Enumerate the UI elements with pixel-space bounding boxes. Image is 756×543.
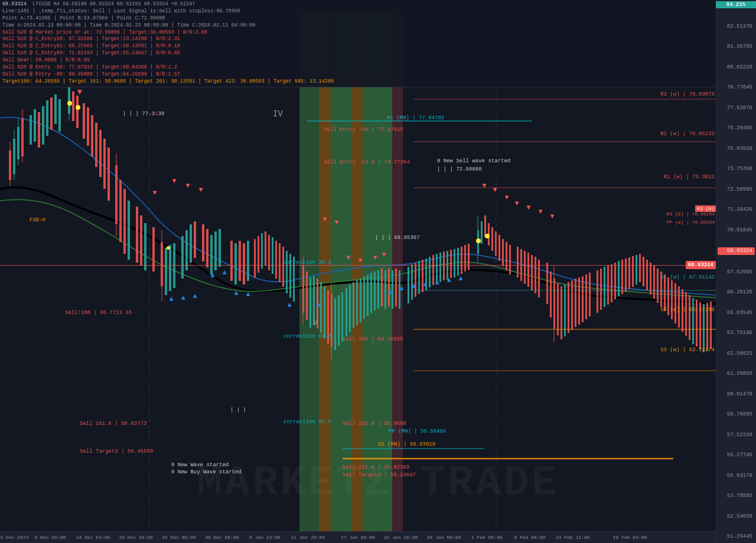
price-52: 52.54020 bbox=[718, 513, 755, 520]
svg-rect-50 bbox=[194, 221, 196, 258]
svg-text:▼: ▼ bbox=[322, 215, 327, 224]
svg-rect-150 bbox=[582, 276, 584, 322]
svg-rect-48 bbox=[185, 230, 188, 270]
svg-point-223 bbox=[167, 246, 170, 250]
svg-rect-90 bbox=[356, 280, 358, 325]
svg-rect-93 bbox=[367, 274, 369, 316]
svg-rect-85 bbox=[338, 295, 340, 346]
ann-sell-100: Sell 100 | 64.26589 bbox=[343, 336, 403, 342]
svg-rect-154 bbox=[600, 269, 602, 310]
svg-rect-162 bbox=[628, 257, 630, 289]
price-76: 76.28495 bbox=[718, 125, 755, 132]
svg-rect-40 bbox=[144, 223, 146, 270]
svg-point-225 bbox=[485, 234, 490, 238]
svg-rect-18 bbox=[46, 100, 48, 136]
price-75: 75.03920 bbox=[718, 146, 755, 152]
svg-rect-109 bbox=[429, 257, 431, 287]
svg-rect-112 bbox=[439, 253, 441, 282]
svg-rect-117 bbox=[457, 248, 459, 276]
svg-rect-27 bbox=[87, 107, 89, 146]
time-dec14: 14 Dec 04:00 bbox=[76, 535, 110, 540]
svg-text:▲: ▲ bbox=[287, 301, 292, 309]
svg-rect-147 bbox=[571, 280, 573, 330]
ann-r1w: R1 (w) | 73.3011 bbox=[664, 174, 715, 180]
price-57: 57.52320 bbox=[718, 432, 755, 439]
svg-rect-25 bbox=[76, 96, 79, 128]
svg-rect-115 bbox=[450, 250, 452, 278]
svg-rect-159 bbox=[618, 261, 620, 296]
svg-rect-148 bbox=[575, 279, 576, 327]
svg-rect-161 bbox=[625, 259, 627, 292]
svg-text:▼: ▼ bbox=[493, 186, 497, 194]
svg-rect-153 bbox=[597, 270, 598, 313]
svg-rect-99 bbox=[388, 269, 390, 306]
svg-text:▲: ▲ bbox=[447, 276, 451, 284]
svg-rect-84 bbox=[334, 298, 336, 350]
svg-rect-47 bbox=[181, 236, 184, 279]
time-jan11: 11 Jan 20:00 bbox=[291, 535, 325, 540]
ann-r3w: R3 (w) | 78.69078 bbox=[660, 91, 715, 97]
svg-rect-77 bbox=[313, 276, 315, 325]
ann-r2w: R2 (w) | 76.05232 bbox=[660, 131, 715, 137]
svg-text:▲: ▲ bbox=[411, 282, 416, 290]
svg-rect-167 bbox=[646, 260, 648, 290]
svg-rect-180 bbox=[692, 298, 694, 344]
price-80: 80.02220 bbox=[718, 64, 755, 71]
ann-ppw: PP (w) | 70.66264 bbox=[666, 220, 715, 225]
svg-rect-51 bbox=[202, 224, 204, 261]
svg-rect-118 bbox=[461, 247, 462, 274]
ann-v: V bbox=[313, 319, 317, 327]
svg-text:▲: ▲ bbox=[399, 284, 404, 293]
svg-rect-45 bbox=[169, 245, 171, 291]
price-71: 71.26420 bbox=[718, 207, 755, 213]
price-82: 82.51370 bbox=[718, 24, 755, 30]
svg-rect-110 bbox=[432, 255, 434, 285]
svg-rect-15 bbox=[34, 109, 36, 142]
svg-rect-103 bbox=[408, 267, 409, 303]
svg-rect-140 bbox=[550, 272, 552, 318]
info-line-1: 68.93324 LTCUSD H4 68.58180 68.93324 68.… bbox=[2, 1, 713, 8]
ann-sell-161-1: Sell 161.8 | 58.8689 bbox=[343, 421, 406, 427]
svg-rect-68 bbox=[279, 243, 281, 282]
price-56: 56.27745 bbox=[718, 452, 755, 459]
svg-rect-17 bbox=[42, 106, 44, 145]
svg-rect-75 bbox=[306, 272, 308, 320]
price-81: 81.26795 bbox=[718, 44, 755, 50]
ann-sell-target2-left: Sell Target2 | 56.45559 bbox=[80, 449, 153, 454]
time-jan22: 22 Jan 16:00 bbox=[384, 535, 418, 540]
svg-rect-123 bbox=[481, 221, 483, 244]
time-feb19: 19 Feb 04:00 bbox=[613, 535, 647, 540]
price-77: 77.53070 bbox=[718, 105, 755, 112]
top-right-badge: 84.21% bbox=[716, 1, 756, 8]
svg-rect-144 bbox=[561, 286, 562, 339]
ann-s2w: S2 (w) | 65.27296 bbox=[660, 307, 715, 313]
svg-rect-105 bbox=[415, 263, 416, 297]
svg-rect-67 bbox=[275, 241, 277, 279]
svg-text:▲: ▲ bbox=[222, 269, 227, 277]
time-dec25: 25 Dec 00:00 bbox=[162, 535, 196, 540]
svg-rect-126 bbox=[491, 227, 493, 251]
info-line-8: Sell %10 @ C_Entry88: 71.62103 | Target:… bbox=[2, 50, 713, 57]
time-dec3: 3 Dec 2023 bbox=[0, 535, 28, 540]
svg-rect-60 bbox=[247, 241, 249, 281]
svg-rect-135 bbox=[527, 253, 529, 287]
time-feb8: 8 Feb 00:00 bbox=[514, 535, 545, 540]
svg-rect-170 bbox=[657, 269, 659, 303]
svg-rect-165 bbox=[639, 254, 641, 282]
svg-rect-175 bbox=[674, 283, 676, 323]
svg-text:▼: ▼ bbox=[373, 254, 377, 262]
svg-rect-31 bbox=[103, 139, 106, 189]
ann-bars-left: | | | bbox=[230, 407, 246, 413]
price-55: 55.03170 bbox=[718, 473, 755, 479]
svg-rect-29 bbox=[95, 123, 97, 167]
info-line-9: Sell Near: 58.8689 | R/R:0.99 bbox=[2, 57, 713, 64]
svg-rect-87 bbox=[346, 288, 347, 336]
time-dec30: 30 Dec 08:00 bbox=[205, 535, 239, 540]
price-60: 60.01470 bbox=[718, 391, 755, 398]
ann-69-level: | | | 69.95367 bbox=[375, 235, 420, 241]
svg-rect-52 bbox=[206, 229, 208, 267]
svg-rect-16 bbox=[38, 112, 40, 148]
svg-rect-39 bbox=[140, 215, 142, 266]
svg-text:▲: ▲ bbox=[193, 292, 197, 300]
time-dec8: 8 Dec 20:00 bbox=[34, 535, 66, 540]
